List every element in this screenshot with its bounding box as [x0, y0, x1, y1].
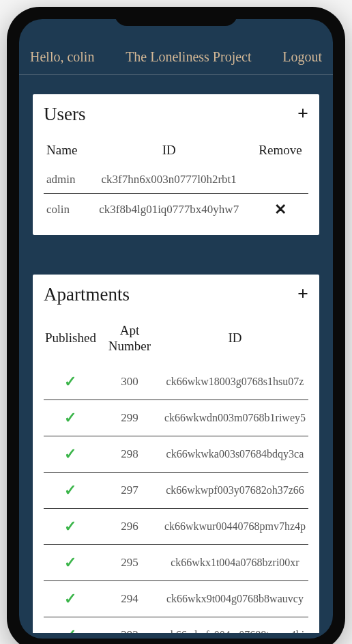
phone-notch — [115, 7, 237, 26]
apartment-id: ck66wkwdn003m0768b1riwey5 — [162, 400, 308, 436]
table-row: adminck3f7hn6x003n0777l0h2rbt1 — [44, 166, 308, 194]
apartment-number: 294 — [98, 580, 162, 617]
apartments-col-id: ID — [162, 318, 308, 364]
users-table: Name ID Remove adminck3f7hn6x003n0777l0h… — [44, 137, 308, 225]
apartment-number: 296 — [98, 508, 162, 544]
check-icon: ✓ — [64, 481, 76, 499]
table-row: ✓300ck66wkw18003g0768s1hsu07z — [44, 364, 308, 400]
check-icon: ✓ — [64, 518, 76, 535]
apartment-number: 299 — [98, 400, 162, 436]
apartment-number: 293 — [98, 617, 162, 633]
users-card: Users + Name ID Remove adminck3f7hn6x003… — [33, 94, 319, 235]
apartment-published-cell: ✓ — [44, 364, 98, 400]
screen: Hello, colin The Loneliness Project Logo… — [19, 19, 333, 639]
apartment-published-cell: ✓ — [44, 544, 98, 580]
header: Hello, colin The Loneliness Project Logo… — [19, 19, 333, 75]
apartment-published-cell: ✓ — [44, 400, 98, 436]
table-row: ✓298ck66wkwka003s07684bdqy3ca — [44, 436, 308, 472]
greeting-text: Hello, colin — [30, 49, 94, 65]
content: Users + Name ID Remove adminck3f7hn6x003… — [19, 75, 333, 633]
add-apartment-icon[interactable]: + — [297, 284, 308, 303]
user-remove-cell — [252, 166, 308, 194]
apartment-id: ck66wkwur00440768pmv7hz4p — [162, 508, 308, 544]
apartment-id: ck66wkwka003s07684bdqy3ca — [162, 436, 308, 472]
apartment-id: ck66wkw18003g0768s1hsu07z — [162, 364, 308, 400]
table-row: ✓296ck66wkwur00440768pmv7hz4p — [44, 508, 308, 544]
apartments-table: Published Apt Number ID ✓300ck66wkw18003… — [44, 318, 308, 633]
user-name: admin — [44, 166, 85, 194]
table-row: colinck3f8b4lg01iq0777bx40yhw7✕ — [44, 194, 308, 226]
users-col-name: Name — [44, 137, 85, 166]
check-icon: ✓ — [64, 626, 76, 633]
apartment-published-cell: ✓ — [44, 617, 98, 633]
check-icon: ✓ — [64, 554, 76, 571]
table-row: ✓294ck66wkx9t004g0768b8wauvcy — [44, 580, 308, 617]
apartment-id: ck66wkxfa004m07688twwq4ki — [162, 617, 308, 633]
user-id: ck3f7hn6x003n0777l0h2rbt1 — [85, 166, 252, 194]
apartment-id: ck66wkx9t004g0768b8wauvcy — [162, 580, 308, 617]
apartment-published-cell: ✓ — [44, 472, 98, 508]
user-id: ck3f8b4lg01iq0777bx40yhw7 — [85, 194, 252, 226]
apartments-title: Apartments — [44, 284, 308, 305]
users-col-id: ID — [85, 137, 252, 166]
remove-icon[interactable]: ✕ — [274, 201, 287, 218]
user-remove-cell: ✕ — [252, 194, 308, 226]
check-icon: ✓ — [64, 590, 76, 607]
apartment-number: 297 — [98, 472, 162, 508]
app-title[interactable]: The Loneliness Project — [126, 49, 251, 65]
table-row: ✓299ck66wkwdn003m0768b1riwey5 — [44, 400, 308, 436]
add-user-icon[interactable]: + — [297, 104, 308, 123]
apartments-card: Apartments + Published Apt Number ID ✓30… — [33, 275, 319, 633]
check-icon: ✓ — [64, 373, 76, 390]
apartment-number: 295 — [98, 544, 162, 580]
users-title: Users — [44, 104, 308, 125]
users-col-remove: Remove — [252, 137, 308, 166]
table-row: ✓295ck66wkx1t004a0768bzri00xr — [44, 544, 308, 580]
user-name: colin — [44, 194, 85, 226]
phone-frame: Hello, colin The Loneliness Project Logo… — [7, 7, 345, 644]
apartment-id: ck66wkwpf003y07682oh37z66 — [162, 472, 308, 508]
apartment-id: ck66wkx1t004a0768bzri00xr — [162, 544, 308, 580]
table-row: ✓297ck66wkwpf003y07682oh37z66 — [44, 472, 308, 508]
apartment-published-cell: ✓ — [44, 508, 98, 544]
logout-link[interactable]: Logout — [282, 49, 322, 65]
table-row: ✓293ck66wkxfa004m07688twwq4ki — [44, 617, 308, 633]
apartment-published-cell: ✓ — [44, 580, 98, 617]
apartments-col-published: Published — [44, 318, 98, 364]
apartment-number: 298 — [98, 436, 162, 472]
apartments-col-number: Apt Number — [98, 318, 162, 364]
apartment-number: 300 — [98, 364, 162, 400]
check-icon: ✓ — [64, 409, 76, 426]
apartment-published-cell: ✓ — [44, 436, 98, 472]
check-icon: ✓ — [64, 445, 76, 462]
